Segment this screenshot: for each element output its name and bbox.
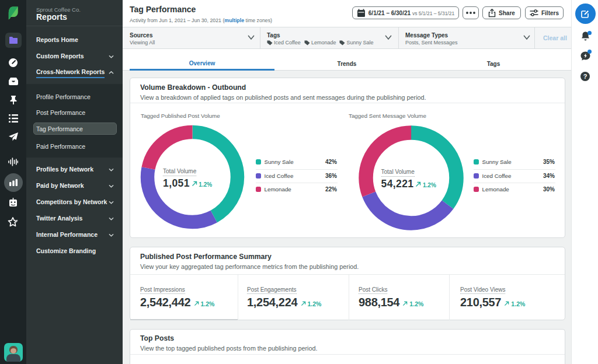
svg-text:?: ?: [583, 73, 587, 80]
